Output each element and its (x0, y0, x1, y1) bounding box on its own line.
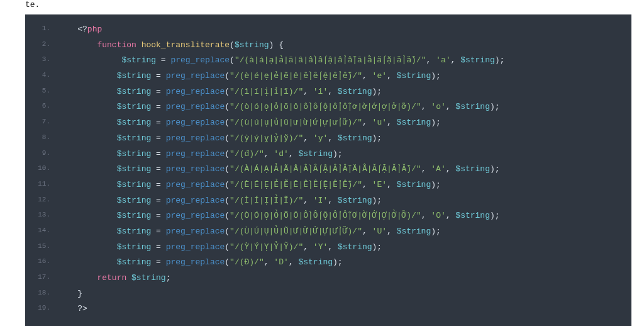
code-token: ; (436, 227, 441, 236)
line-content: $string = preg_replace("/(ỳ|ý|ỵ|ỷ|ỹ)/", … (58, 131, 631, 147)
code-token (151, 180, 156, 189)
code-token: ( (230, 40, 235, 50)
code-token: = (156, 118, 161, 127)
code-token: ( (225, 133, 230, 143)
code-token: , (303, 133, 308, 143)
code-token: $string (338, 87, 372, 96)
code-token (161, 133, 166, 143)
code-token: , (421, 211, 426, 220)
code-token (274, 40, 279, 50)
code-token: = (156, 102, 161, 111)
line-content: $string = preg_replace("/(Đ)/", 'D', $st… (58, 255, 631, 271)
code-token: $string (298, 257, 333, 267)
code-token: $string (117, 242, 152, 252)
code-token: , (264, 257, 269, 267)
code-token: "/(Ì|Í|Ị|Ỉ|Ĩ)/" (230, 196, 303, 205)
code-token: preg_replace (166, 133, 225, 143)
code-token: 'A' (431, 164, 445, 174)
line-number: 16. (25, 255, 58, 271)
code-token: 'U' (372, 227, 387, 236)
code-token: , (328, 196, 333, 205)
code-token: function (97, 40, 136, 50)
code-token: = (156, 133, 161, 143)
code-token: ; (377, 242, 382, 252)
line-content: $string = preg_replace("/(À|Á|Ạ|Ả|Ã|Â|Ầ|… (58, 162, 631, 177)
code-token: , (328, 87, 333, 96)
code-token: ; (338, 149, 343, 159)
fragment-text: te. (25, 0, 631, 9)
code-token (392, 180, 397, 189)
code-token (308, 133, 313, 143)
code-token: ( (225, 211, 230, 220)
line-number: 15. (25, 240, 58, 256)
code-token: $string (121, 55, 156, 65)
code-token: ( (225, 118, 230, 127)
line-number: 11. (25, 177, 58, 193)
code-token (333, 196, 338, 205)
code-token (367, 180, 372, 189)
code-token: "/(ù|ú|ụ|ủ|ũ|ư|ừ|ứ|ự|ử|ữ)/" (230, 118, 362, 127)
line-number: 12. (25, 193, 58, 209)
code-token: preg_replace (166, 71, 225, 81)
code-token: ( (225, 71, 230, 81)
code-token: , (264, 149, 269, 159)
line-number: 13. (25, 208, 58, 224)
code-token: 'e' (372, 71, 387, 81)
code-line: 18. } (25, 286, 631, 302)
code-token: $string (117, 87, 152, 96)
code-token (308, 87, 313, 96)
code-token: ( (225, 196, 230, 205)
code-token: , (387, 227, 392, 236)
code-block: 1. <?php2. function hook_transliterate($… (25, 14, 631, 326)
code-token (151, 257, 156, 267)
code-line: 4. $string = preg_replace("/(è|é|ẹ|ẻ|ẽ|ê… (25, 69, 631, 84)
code-token (151, 164, 156, 174)
code-token (161, 211, 166, 220)
code-token: $string (338, 196, 372, 205)
code-token: ; (338, 257, 343, 267)
code-token: $string (397, 180, 431, 189)
line-number: 2. (25, 38, 58, 53)
code-token (151, 211, 156, 220)
code-token (151, 227, 156, 236)
page-root: te. 1. <?php2. function hook_translitera… (0, 0, 644, 326)
code-token (161, 87, 166, 96)
line-content: $string = preg_replace("/(đ)/", 'd', $st… (58, 147, 631, 162)
code-token: $string (117, 149, 152, 159)
code-token: $string (298, 149, 333, 159)
code-token: "/(ò|ó|ọ|ỏ|õ|ô|ồ|ố|ộ|ổ|ỗ|ơ|ờ|ớ|ợ|ở|ỡ)/" (230, 102, 421, 111)
code-token (161, 102, 166, 111)
line-content: ?> (58, 301, 631, 317)
code-token: ; (377, 196, 382, 205)
code-token: "/(Đ)/" (230, 257, 264, 267)
code-token (151, 102, 156, 111)
code-token: $string (460, 55, 495, 65)
code-token: "/(È|É|Ẹ|Ẻ|Ẽ|Ê|Ề|Ế|Ệ|Ể|Ễ)/" (230, 180, 362, 189)
code-token: ( (225, 164, 230, 174)
code-token: ) (490, 164, 495, 174)
code-token: preg_replace (166, 149, 225, 159)
code-token: "/(Ò|Ó|Ọ|Ỏ|Õ|Ô|Ồ|Ố|Ộ|Ổ|Ỗ|Ơ|Ờ|Ớ|Ợ|Ở|Ỡ)/" (230, 211, 421, 220)
line-number: 10. (25, 162, 58, 177)
code-token: , (303, 196, 308, 205)
code-token: = (156, 257, 161, 267)
code-token: preg_replace (166, 87, 225, 96)
line-number: 9. (25, 147, 58, 162)
code-token: ( (230, 55, 235, 65)
code-token: 'o' (431, 102, 445, 111)
code-line: 1. <?php (25, 22, 631, 38)
line-number: 8. (25, 131, 58, 147)
line-number: 5. (25, 84, 58, 100)
code-token: ) (333, 257, 338, 267)
code-token: = (156, 164, 161, 174)
code-token (156, 55, 161, 65)
code-token: ( (225, 180, 230, 189)
code-token: 'I' (313, 196, 328, 205)
code-token: ; (500, 55, 505, 65)
line-number: 18. (25, 286, 58, 302)
code-token (392, 227, 397, 236)
code-token: = (156, 196, 161, 205)
code-token: 'D' (274, 257, 288, 267)
code-token: $string (117, 211, 152, 220)
line-content: $string = preg_replace("/(ì|í|ị|ỉ|ĩ)/", … (58, 84, 631, 100)
